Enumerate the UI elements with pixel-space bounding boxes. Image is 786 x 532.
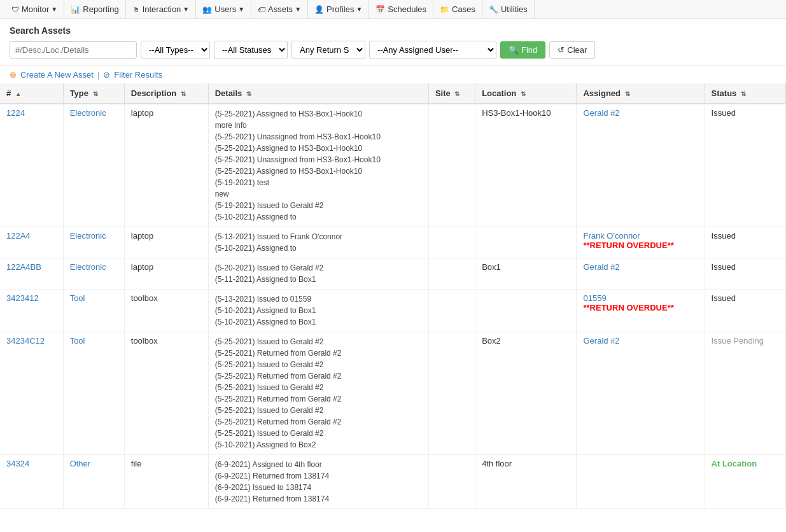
nav-assets[interactable]: 🏷 Assets ▼ [251, 0, 308, 18]
col-description[interactable]: Description ⇅ [124, 83, 208, 104]
asset-id-link[interactable]: 122A4 [6, 231, 31, 241]
refresh-icon: ↺ [558, 45, 565, 55]
utilities-icon: 🔧 [489, 5, 498, 14]
return-select[interactable]: Any Return S [291, 41, 365, 59]
nav-profiles[interactable]: 👤 Profiles ▼ [308, 0, 369, 18]
search-input[interactable] [10, 41, 137, 59]
table-row: 34324Otherfile(6-9-2021) Assigned to 4th… [0, 455, 786, 509]
col-num[interactable]: # ▲ [0, 83, 63, 104]
status-badge: Issue Pending [712, 336, 764, 346]
action-separator: | [97, 70, 99, 80]
status-select[interactable]: --All Statuses [214, 41, 288, 59]
overdue-badge: **RETURN OVERDUE** [583, 241, 673, 250]
status-badge: Issued [712, 262, 736, 272]
asset-description: toolbox [124, 290, 208, 332]
asset-type-link[interactable]: Electronic [70, 231, 106, 241]
overdue-badge: **RETURN OVERDUE** [583, 303, 673, 312]
create-icon: ⊕ [10, 70, 17, 80]
create-new-asset-link[interactable]: Create A New Asset [20, 70, 94, 80]
assets-table: # ▲ Type ⇅ Description ⇅ Details ⇅ Site … [0, 83, 786, 509]
table-row: 3423412Tooltoolbox(5-13-2021) Issued to … [0, 290, 786, 332]
asset-description: laptop [124, 227, 208, 258]
find-button[interactable]: 🔍 Find [500, 41, 545, 59]
monitor-icon: 🛡 [11, 5, 19, 14]
asset-status: Issued [705, 104, 785, 227]
asset-details: (5-25-2021) Issued to Gerald #2(5-25-202… [208, 332, 428, 455]
nav-interaction-label: Interaction [143, 4, 181, 14]
nav-monitor[interactable]: 🛡 Monitor ▼ [5, 0, 64, 18]
asset-description: toolbox [124, 332, 208, 455]
filter-label: Filter Results [114, 70, 162, 80]
profiles-caret: ▼ [356, 6, 362, 13]
top-navigation: 🛡 Monitor ▼ 📊 Reporting 🖱 Interaction ▼ … [0, 0, 786, 19]
col-assigned[interactable]: Assigned ⇅ [577, 83, 705, 104]
asset-type-link[interactable]: Tool [70, 336, 85, 346]
table-row: 34234C12Tooltoolbox(5-25-2021) Issued to… [0, 332, 786, 455]
asset-type-link[interactable]: Tool [70, 293, 85, 303]
status-badge: Issued [712, 108, 736, 118]
nav-cases[interactable]: 📁 Cases [433, 0, 482, 18]
nav-monitor-label: Monitor [22, 4, 49, 14]
nav-reporting[interactable]: 📊 Reporting [64, 0, 125, 18]
schedules-icon: 📅 [375, 5, 385, 14]
interaction-caret: ▼ [183, 6, 189, 13]
col-details[interactable]: Details ⇅ [208, 83, 428, 104]
asset-details: (5-25-2021) Assigned to HS3-Box1-Hook10m… [208, 104, 428, 227]
asset-status: At Location [705, 455, 785, 509]
asset-status: Issued [705, 290, 785, 332]
asset-description: file [124, 455, 208, 509]
asset-site [428, 227, 475, 258]
search-title: Search Assets [10, 25, 776, 36]
nav-utilities[interactable]: 🔧 Utilities [482, 0, 535, 18]
asset-details: (5-13-2021) Issued to Frank O'connor(5-1… [208, 227, 428, 258]
asset-type-link[interactable]: Other [70, 459, 91, 468]
filter-results-link[interactable]: Filter Results [114, 70, 162, 80]
table-body: 1224Electroniclaptop(5-25-2021) Assigned… [0, 104, 786, 509]
asset-type-link[interactable]: Electronic [70, 262, 106, 272]
col-type[interactable]: Type ⇅ [63, 83, 124, 104]
type-select[interactable]: --All Types-- [141, 41, 210, 59]
asset-id-link[interactable]: 1224 [6, 108, 25, 118]
asset-description: laptop [124, 258, 208, 290]
assets-icon: 🏷 [258, 5, 265, 14]
status-badge: At Location [712, 459, 757, 468]
search-section: Search Assets --All Types-- --All Status… [0, 19, 786, 66]
nav-utilities-label: Utilities [501, 4, 528, 14]
assigned-user-link[interactable]: Frank O'connor [583, 231, 640, 241]
assigned-user-link[interactable]: 01559 [583, 293, 606, 303]
asset-site [428, 332, 475, 455]
col-status[interactable]: Status ⇅ [705, 83, 785, 104]
asset-type-link[interactable]: Electronic [70, 108, 106, 118]
user-select[interactable]: --Any Assigned User-- [369, 41, 496, 59]
asset-id-link[interactable]: 3423412 [6, 293, 39, 303]
filter-icon: ⊘ [103, 70, 110, 80]
nav-schedules-label: Schedules [388, 4, 426, 14]
nav-users-label: Users [214, 4, 236, 14]
asset-location [475, 227, 577, 258]
nav-schedules[interactable]: 📅 Schedules [369, 0, 433, 18]
asset-id-link[interactable]: 34324 [6, 459, 29, 468]
asset-status: Issue Pending [705, 332, 785, 455]
clear-button[interactable]: ↺ Clear [549, 41, 595, 59]
table-row: 122A4BBElectroniclaptop(5-20-2021) Issue… [0, 258, 786, 290]
users-icon: 👥 [202, 5, 212, 14]
assigned-user-link[interactable]: Gerald #2 [583, 108, 619, 118]
asset-location [475, 290, 577, 332]
asset-id-link[interactable]: 34234C12 [6, 336, 45, 346]
nav-interaction[interactable]: 🖱 Interaction ▼ [126, 0, 197, 18]
nav-users[interactable]: 👥 Users ▼ [196, 0, 251, 18]
asset-id-link[interactable]: 122A4BB [6, 262, 41, 272]
asset-site [428, 104, 475, 227]
nav-reporting-label: Reporting [83, 4, 118, 14]
asset-description: laptop [124, 104, 208, 227]
col-location[interactable]: Location ⇅ [475, 83, 577, 104]
table-row: 1224Electroniclaptop(5-25-2021) Assigned… [0, 104, 786, 227]
create-new-label: Create A New Asset [20, 70, 94, 80]
users-caret: ▼ [238, 6, 244, 13]
col-site[interactable]: Site ⇅ [428, 83, 475, 104]
nav-cases-label: Cases [452, 4, 475, 14]
assigned-user-link[interactable]: Gerald #2 [583, 336, 619, 346]
asset-assigned: 01559**RETURN OVERDUE** [577, 290, 705, 332]
asset-assigned: Frank O'connor**RETURN OVERDUE** [577, 227, 705, 258]
assigned-user-link[interactable]: Gerald #2 [583, 262, 619, 272]
